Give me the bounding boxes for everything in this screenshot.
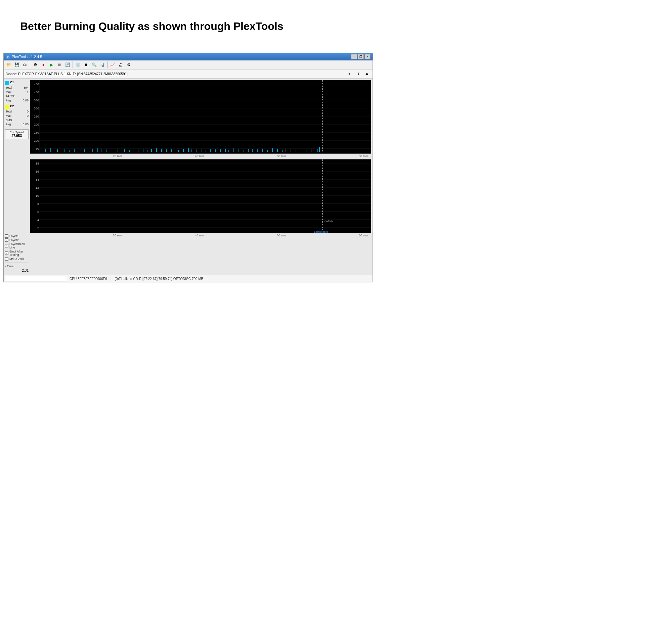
checkbox-layer2: ✓ Layer2 xyxy=(5,238,29,242)
checkboxes-section: ✓ Layer1 ✓ Layer2 ✓ LayerBreak Line ✓ Ej… xyxy=(5,234,29,261)
svg-rect-78 xyxy=(30,159,371,233)
svg-text:14: 14 xyxy=(36,178,39,181)
page-wrapper: Better Burning Quality as shown through … xyxy=(0,0,376,282)
checkbox-layer2-label: Layer2 xyxy=(9,238,19,242)
checkbox-layer1: ✓ Layer1 xyxy=(5,234,29,238)
time-section: - Time 2:31 xyxy=(5,263,29,273)
toolbar-btn-8[interactable]: 🔄 xyxy=(64,61,71,68)
svg-rect-23 xyxy=(57,149,58,152)
svg-rect-37 xyxy=(129,150,130,152)
toolbar-btn-6[interactable]: ▶ xyxy=(48,61,55,68)
page-title: Better Burning Quality as shown through … xyxy=(20,20,356,33)
svg-rect-0 xyxy=(30,80,371,153)
device-info-btn[interactable]: ℹ xyxy=(354,70,362,78)
time-value-row: 2:31 xyxy=(5,268,29,273)
svg-text:50: 50 xyxy=(36,147,39,150)
svg-rect-41 xyxy=(147,150,147,152)
c1-avg-row: Avg 0.08 xyxy=(6,98,29,103)
svg-rect-21 xyxy=(45,149,46,152)
svg-text:6: 6 xyxy=(37,210,39,214)
close-button[interactable]: × xyxy=(364,54,371,59)
toolbar-btn-3[interactable]: 🗂 xyxy=(21,61,29,68)
device-bar-right: ▼ ℹ ⏏ xyxy=(346,70,371,78)
svg-rect-49 xyxy=(188,148,189,152)
c1-total-row: Total 394 xyxy=(6,86,29,90)
c2-max-row: Max 0 xyxy=(6,114,29,118)
device-name: PLEXTOR xyxy=(18,72,34,76)
c2-total-row: Total 0 xyxy=(6,109,29,114)
toolbar-btn-11[interactable]: 🔍 xyxy=(90,61,98,68)
svg-rect-66 xyxy=(267,150,268,152)
svg-rect-69 xyxy=(282,150,283,152)
c1-size-row: 147MB xyxy=(6,94,29,98)
svg-rect-28 xyxy=(84,149,85,152)
c2-size-row: 0MB xyxy=(6,118,29,123)
checkbox-eject-box[interactable]: ✓ xyxy=(5,251,8,255)
c1-max-row: Max 11 xyxy=(6,90,29,94)
minimize-button[interactable]: − xyxy=(351,54,357,59)
checkbox-layerbreak-box[interactable]: ✓ xyxy=(5,244,8,247)
svg-rect-36 xyxy=(124,149,125,152)
checkbox-layer2-box[interactable]: ✓ xyxy=(5,238,8,242)
status-input[interactable] xyxy=(6,276,66,281)
page-title-section: Better Burning Quality as shown through … xyxy=(0,0,376,46)
svg-rect-43 xyxy=(156,148,157,152)
toolbar-sep-1 xyxy=(30,61,30,68)
app-window: P PlexTools - 1.2.4.5 − ❐ × 📂 💾 🗂 ⚙ ● ▶ … xyxy=(3,53,373,282)
svg-rect-38 xyxy=(133,149,133,152)
svg-rect-64 xyxy=(257,149,258,152)
c2-avg-value: 0.00 xyxy=(23,122,29,127)
checkbox-layer1-box[interactable]: ✓ xyxy=(5,234,8,238)
cpu-info: CPU:8FE8F8FF00906E9 xyxy=(70,277,107,281)
sidebar: C1 Total 394 Max 11 147MB Avg xyxy=(4,79,30,275)
top-chart: 450 400 350 300 250 200 150 100 50 xyxy=(30,80,371,154)
svg-text:12: 12 xyxy=(36,186,39,189)
checkbox-mmx-label: MM X-Axis xyxy=(9,257,24,261)
device-bar: Device: PLEXTOR PX-891SAF PLUS 1.KN F: [… xyxy=(4,70,373,79)
checkbox-mmx-box[interactable] xyxy=(5,257,8,261)
toolbar-btn-9[interactable]: 💿 xyxy=(74,61,82,68)
device-eject-btn[interactable]: ⏏ xyxy=(363,70,371,78)
c1-stats: Total 394 Max 11 147MB Avg 0.08 xyxy=(6,86,29,102)
toolbar-btn-15[interactable]: ⚙ xyxy=(125,61,132,68)
svg-rect-29 xyxy=(89,150,89,152)
svg-rect-61 xyxy=(244,150,244,152)
checkbox-mmx: MM X-Axis xyxy=(5,257,29,261)
restore-button[interactable]: ❐ xyxy=(358,54,364,59)
toolbar-btn-7[interactable]: ⏹ xyxy=(56,61,63,68)
bottom-chart: 18 16 14 12 10 8 6 4 2 702 MB xyxy=(30,159,371,233)
svg-text:4: 4 xyxy=(37,218,39,222)
toolbar-btn-5[interactable]: ● xyxy=(40,61,47,68)
svg-text:450: 450 xyxy=(34,83,39,86)
toolbar-btn-1[interactable]: 📂 xyxy=(5,61,12,68)
toolbar-btn-10[interactable]: ⏺ xyxy=(82,61,90,68)
svg-rect-70 xyxy=(286,149,286,152)
app-title: PlexTools - 1.2.4.5 xyxy=(12,55,42,59)
svg-text:702 MB: 702 MB xyxy=(324,219,334,222)
toolbar-btn-14[interactable]: 🖨 xyxy=(117,61,124,68)
svg-rect-56 xyxy=(220,149,221,152)
svg-text:2: 2 xyxy=(37,226,39,230)
toolbar-sep-3 xyxy=(107,61,108,68)
toolbar: 📂 💾 🗂 ⚙ ● ▶ ⏹ 🔄 💿 ⏺ 🔍 📊 📈 🖨 ⚙ xyxy=(4,60,373,70)
toolbar-btn-12[interactable]: 📊 xyxy=(98,61,106,68)
toolbar-btn-13[interactable]: 📈 xyxy=(109,61,116,68)
device-speed: 1.KN xyxy=(64,72,72,76)
c1-label: C1 xyxy=(10,81,14,84)
top-chart-svg: 450 400 350 300 250 200 150 100 50 xyxy=(30,80,371,153)
svg-rect-77 xyxy=(317,149,318,152)
svg-text:150: 150 xyxy=(34,131,39,134)
svg-rect-27 xyxy=(81,149,81,152)
svg-rect-35 xyxy=(118,149,118,152)
svg-rect-67 xyxy=(272,148,273,152)
svg-rect-32 xyxy=(101,149,101,152)
c2-total-value: 0 xyxy=(27,109,29,114)
toolbar-btn-4[interactable]: ⚙ xyxy=(32,61,39,68)
c2-color-box xyxy=(5,105,9,109)
svg-text:250: 250 xyxy=(34,115,39,118)
svg-rect-74 xyxy=(306,148,306,152)
toolbar-btn-2[interactable]: 💾 xyxy=(13,61,20,68)
time-label: - Time xyxy=(5,264,13,269)
device-dropdown-btn[interactable]: ▼ xyxy=(346,70,353,78)
status-sep: | xyxy=(111,277,112,281)
